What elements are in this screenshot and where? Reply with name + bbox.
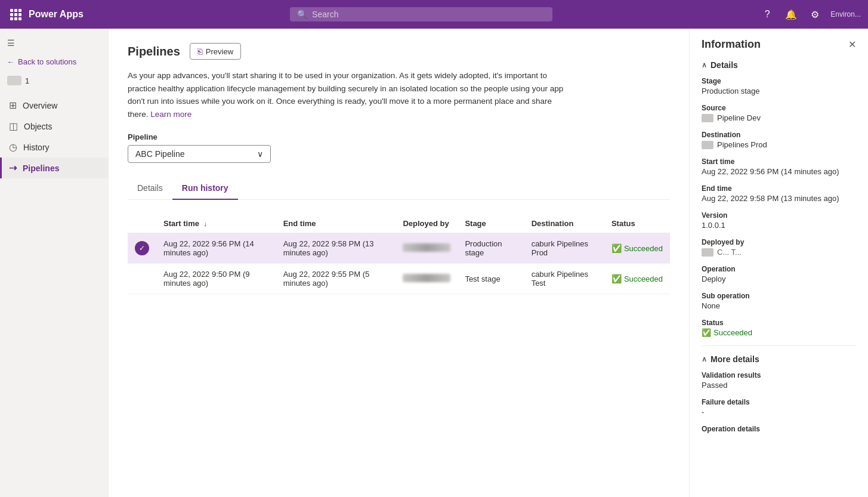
topbar: Power Apps 🔍 ? 🔔 ⚙ Environ...: [0, 0, 868, 29]
page-title: Pipelines: [128, 45, 180, 58]
sidebar-item-label-history: History: [23, 143, 50, 152]
solution-badge-dot: [7, 76, 21, 85]
status-succeed: ✅ Succeeded: [611, 243, 663, 253]
deployed-by-thumbnail: [702, 248, 713, 257]
tabs: Details Run history: [128, 177, 670, 200]
page-header: Pipelines ⎗ Preview: [128, 43, 670, 60]
close-button[interactable]: ✕: [848, 39, 856, 50]
col-deployed-by: Deployed by: [396, 214, 458, 233]
chevron-down-icon: ∨: [257, 149, 263, 159]
search-bar[interactable]: 🔍: [290, 7, 552, 21]
sidebar-item-objects[interactable]: ◫ Objects: [0, 116, 108, 137]
end-time-label: End time: [702, 184, 856, 193]
sidebar-item-overview[interactable]: ⊞ Overview: [0, 95, 108, 116]
table-container: Start time ↓ End time Deployed by Stage: [128, 214, 670, 294]
col-start-time[interactable]: Start time ↓: [156, 214, 276, 233]
info-panel-header: Information ✕: [702, 38, 856, 51]
settings-icon[interactable]: ⚙: [807, 6, 823, 23]
pipeline-label: Pipeline: [128, 132, 670, 141]
status-label: Status: [702, 319, 856, 327]
failure-label: Failure details: [702, 398, 856, 406]
details-section-toggle[interactable]: ∧ Details: [702, 60, 856, 70]
tab-run-history[interactable]: Run history: [172, 177, 238, 200]
blurred-user-bar: [403, 274, 450, 282]
app-name: Power Apps: [29, 9, 84, 20]
sidebar-item-history[interactable]: ◷ History: [0, 137, 108, 158]
col-end-time: End time: [276, 214, 396, 233]
run-history-table: Start time ↓ End time Deployed by Stage: [128, 214, 670, 294]
sidebar-item-label-objects: Objects: [24, 122, 52, 131]
chevron-up-icon-2: ∧: [702, 355, 707, 363]
tab-details[interactable]: Details: [128, 177, 172, 200]
row1-stage: Production stage: [458, 233, 524, 264]
col-stage: Stage: [458, 214, 524, 233]
col-select: [128, 214, 156, 233]
objects-icon: ◫: [9, 121, 18, 132]
info-end-time: End time Aug 22, 2022 9:58 PM (13 minute…: [702, 184, 856, 203]
details-section-label: Details: [711, 60, 738, 70]
sidebar-item-label-pipelines: Pipelines: [23, 163, 59, 173]
pipeline-selected-value: ABC Pipeline: [135, 149, 185, 159]
blurred-user-bar: [403, 243, 450, 252]
success-icon: ✅: [611, 274, 622, 283]
pipeline-select[interactable]: ABC Pipeline ∨: [128, 145, 271, 163]
info-start-time: Start time Aug 22, 2022 9:56 PM (14 minu…: [702, 158, 856, 176]
back-icon: ←: [7, 58, 14, 66]
operation-label: Operation: [702, 265, 856, 273]
bell-icon[interactable]: 🔔: [783, 6, 799, 23]
row1-select: ✓: [128, 233, 156, 264]
deployed-by-label: Deployed by: [702, 238, 856, 246]
more-details-section-toggle[interactable]: ∧ More details: [702, 354, 856, 364]
source-thumbnail: [702, 114, 713, 122]
col-destination: Destination: [524, 214, 604, 233]
preview-button[interactable]: ⎗ Preview: [190, 43, 241, 60]
chevron-up-icon: ∧: [702, 61, 707, 69]
stage-label: Stage: [702, 77, 856, 85]
info-status: Status ✅ Succeeded: [702, 319, 856, 337]
learn-more-link[interactable]: Learn more: [150, 110, 191, 119]
info-panel-title: Information: [702, 38, 761, 51]
check-circle-icon: ✓: [135, 241, 149, 255]
table-row[interactable]: Aug 22, 2022 9:50 PM (9 minutes ago) Aug…: [128, 264, 670, 294]
sidebar-collapse-btn[interactable]: ☰: [0, 33, 108, 53]
table-header-row: Start time ↓ End time Deployed by Stage: [128, 214, 670, 233]
pipeline-section: Pipeline ABC Pipeline ∨: [128, 132, 670, 163]
waffle-menu[interactable]: [7, 6, 24, 23]
end-time-value: Aug 22, 2022 9:58 PM (13 minutes ago): [702, 194, 856, 203]
operation-value: Deploy: [702, 274, 856, 283]
search-input[interactable]: [312, 10, 545, 19]
preview-icon: ⎗: [197, 47, 202, 56]
sidebar: ☰ ← Back to solutions 1 ⊞ Overview ◫ Obj…: [0, 29, 109, 497]
table-row[interactable]: ✓ Aug 22, 2022 9:56 PM (14 minutes ago) …: [128, 233, 670, 264]
layout: ☰ ← Back to solutions 1 ⊞ Overview ◫ Obj…: [0, 29, 868, 497]
back-to-solutions-link[interactable]: ← Back to solutions: [0, 53, 108, 71]
solution-badge: 1: [0, 71, 108, 90]
info-operation-details: Operation details: [702, 425, 856, 433]
sidebar-item-pipelines[interactable]: ⇢ Pipelines: [0, 158, 108, 178]
info-failure: Failure details -: [702, 398, 856, 416]
sidebar-item-label-overview: Overview: [23, 101, 57, 110]
main-content: Pipelines ⎗ Preview As your app advances…: [109, 29, 689, 497]
source-value-container: Pipeline Dev: [702, 113, 856, 122]
info-source: Source Pipeline Dev: [702, 104, 856, 122]
source-value: Pipeline Dev: [717, 113, 761, 122]
row1-end-time: Aug 22, 2022 9:58 PM (13 minutes ago): [276, 233, 396, 264]
waffle-icon: [10, 9, 21, 20]
destination-thumbnail: [702, 141, 713, 149]
version-value: 1.0.0.1: [702, 221, 856, 230]
search-icon: 🔍: [297, 10, 307, 19]
info-sub-operation: Sub operation None: [702, 292, 856, 310]
row2-status: ✅ Succeeded: [604, 264, 670, 294]
more-details-section-label: More details: [711, 354, 759, 364]
start-time-label: Start time: [702, 158, 856, 166]
solution-label: 1: [25, 76, 29, 85]
info-panel: Information ✕ ∧ Details Stage Production…: [689, 29, 868, 497]
history-icon: ◷: [9, 141, 17, 153]
row1-status: ✅ Succeeded: [604, 233, 670, 264]
destination-value: Pipelines Prod: [717, 140, 767, 149]
status-value: Succeeded: [713, 328, 752, 337]
start-time-value: Aug 22, 2022 9:56 PM (14 minutes ago): [702, 167, 856, 176]
sort-arrow: ↓: [204, 220, 208, 227]
row2-stage: Test stage: [458, 264, 524, 294]
help-icon[interactable]: ?: [759, 6, 776, 23]
